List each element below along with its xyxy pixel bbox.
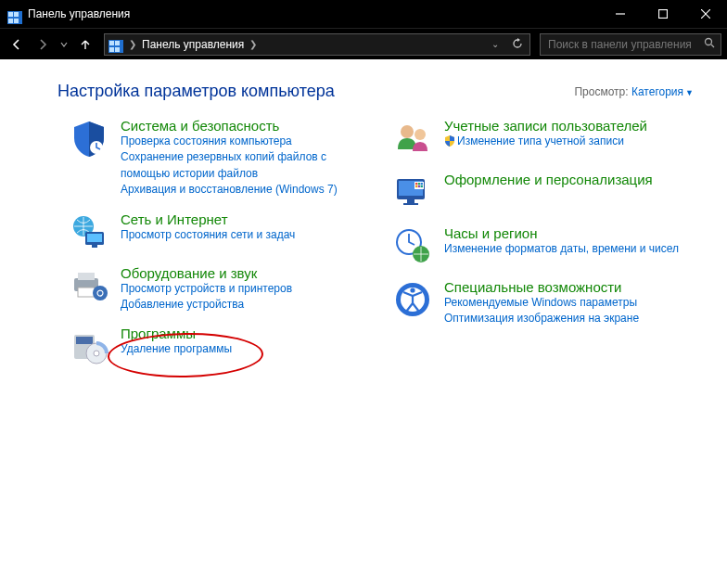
svg-point-20 (415, 129, 426, 140)
titlebar: Панель управления (0, 0, 727, 28)
svg-rect-23 (407, 199, 415, 203)
task-uninstall-program[interactable]: Удаление программы (121, 341, 232, 357)
content-area: Настройка параметров компьютера Просмотр… (7, 59, 723, 584)
category-title[interactable]: Система и безопасность (121, 118, 374, 134)
left-column: Система и безопасность Проверка состояни… (69, 118, 374, 379)
svg-rect-30 (418, 185, 420, 187)
recent-locations-button[interactable] (57, 33, 70, 56)
svg-point-36 (410, 288, 415, 292)
svg-rect-24 (403, 203, 418, 205)
task-link[interactable]: Просмотр устройств и принтеров (121, 281, 292, 297)
svg-rect-28 (421, 183, 423, 185)
control-panel-icon (7, 6, 22, 21)
history-button[interactable]: ⌄ (487, 39, 504, 49)
task-link[interactable]: Изменение типа учетной записи (444, 134, 647, 149)
task-link[interactable]: Изменение форматов даты, времени и чисел (444, 241, 679, 257)
navbar: ❯ Панель управления ❯ ⌄ (0, 28, 727, 59)
address-bar[interactable]: ❯ Панель управления ❯ ⌄ (104, 33, 530, 56)
svg-point-14 (93, 286, 108, 300)
disc-box-icon (69, 326, 109, 366)
right-column: Учетные записи пользователей Изменение т… (392, 118, 697, 379)
ease-of-access-icon (392, 279, 433, 320)
category-title[interactable]: Программы (121, 326, 232, 341)
view-by-label: Просмотр: (574, 85, 628, 98)
svg-rect-12 (78, 273, 95, 280)
svg-rect-9 (87, 234, 102, 242)
category-network: Сеть и Интернет Просмотр состояния сети … (69, 211, 374, 252)
window-title: Панель управления (28, 7, 599, 20)
svg-rect-26 (415, 183, 417, 185)
breadcrumb-separator: ❯ (249, 39, 257, 49)
svg-rect-10 (92, 245, 97, 248)
svg-point-18 (94, 351, 99, 356)
svg-rect-27 (418, 183, 420, 185)
search-icon[interactable] (704, 37, 715, 51)
task-link[interactable]: Оптимизация изображения на экране (444, 311, 639, 326)
view-by: Просмотр: Категория▼ (574, 85, 694, 98)
category-title[interactable]: Сеть и Интернет (121, 211, 295, 227)
category-title[interactable]: Часы и регион (444, 225, 679, 241)
category-hardware: Оборудование и звук Просмотр устройств и… (69, 265, 374, 313)
refresh-button[interactable] (509, 38, 526, 51)
category-title[interactable]: Оформление и персонализация (444, 172, 653, 187)
globe-monitor-icon (69, 211, 109, 252)
category-accessibility: Специальные возможности Рекомендуемые Wi… (392, 279, 697, 327)
svg-point-19 (401, 125, 414, 138)
category-appearance: Оформление и персонализация (392, 172, 697, 212)
svg-line-5 (711, 45, 714, 47)
uac-shield-icon (444, 135, 455, 147)
minimize-button[interactable] (599, 0, 642, 28)
search-input[interactable] (546, 37, 698, 52)
task-link[interactable]: Проверка состояния компьютера (121, 134, 374, 149)
breadcrumb-root[interactable]: Панель управления (142, 38, 244, 51)
category-title[interactable]: Учетные записи пользователей (444, 118, 647, 134)
category-title[interactable]: Специальные возможности (444, 279, 639, 295)
task-link[interactable]: Архивация и восстановление (Windows 7) (121, 182, 374, 198)
forward-button[interactable] (32, 33, 54, 56)
users-icon (392, 118, 433, 159)
task-link[interactable]: Добавление устройства (121, 297, 292, 313)
svg-rect-31 (421, 185, 423, 187)
back-button[interactable] (6, 33, 28, 56)
task-link[interactable]: Просмотр состояния сети и задач (121, 227, 295, 243)
svg-rect-16 (76, 337, 93, 344)
category-title[interactable]: Оборудование и звук (121, 265, 292, 281)
category-programs: Программы Удаление программы (69, 326, 374, 366)
breadcrumb-separator: ❯ (129, 39, 136, 49)
control-panel-icon (108, 35, 123, 53)
svg-rect-13 (78, 288, 95, 297)
shield-icon (69, 118, 109, 159)
svg-rect-1 (659, 10, 668, 19)
svg-point-4 (706, 39, 712, 45)
view-by-dropdown[interactable]: Категория▼ (631, 85, 694, 98)
task-link[interactable]: Рекомендуемые Windows параметры (444, 295, 639, 311)
up-button[interactable] (74, 33, 96, 56)
page-title: Настройка параметров компьютера (57, 82, 335, 101)
maximize-button[interactable] (642, 0, 684, 28)
category-user-accounts: Учетные записи пользователей Изменение т… (392, 118, 697, 159)
category-clock-region: Часы и регион Изменение форматов даты, в… (392, 225, 697, 266)
printer-icon (69, 265, 109, 306)
svg-rect-29 (415, 185, 417, 187)
monitor-personalization-icon (392, 172, 433, 212)
task-link[interactable]: Сохранение резервных копий файлов с помо… (121, 149, 374, 182)
search-box[interactable] (540, 33, 721, 56)
clock-globe-icon (392, 225, 433, 266)
close-button[interactable] (684, 0, 727, 28)
category-system-security: Система и безопасность Проверка состояни… (69, 118, 374, 198)
